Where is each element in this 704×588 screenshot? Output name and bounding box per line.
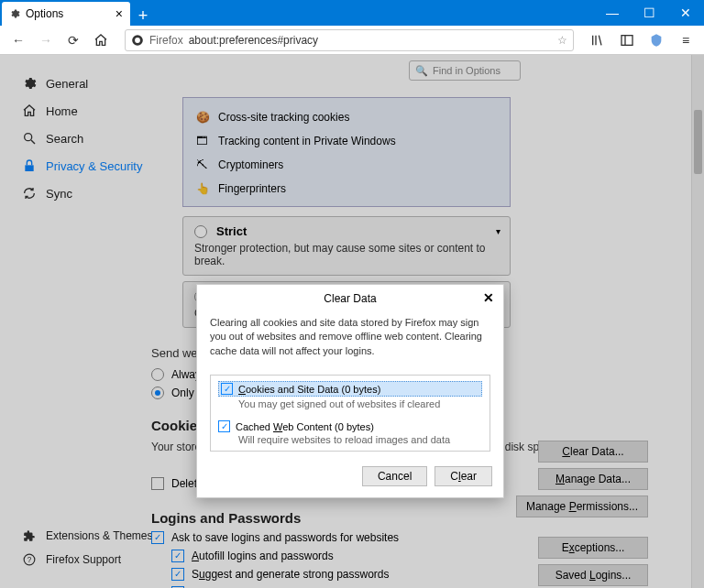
checkbox-icon[interactable]: ✓ [218, 420, 230, 432]
close-icon[interactable]: ✕ [483, 290, 494, 305]
sidebar-item-label: Home [46, 104, 78, 118]
fingerprint-icon: 👆 [196, 182, 209, 195]
address-bar[interactable]: Firefox about:preferences#privacy ☆ [125, 29, 574, 51]
sidebar-item-label: Privacy & Security [46, 159, 142, 173]
checkbox-icon[interactable]: ✓ [171, 568, 184, 581]
preferences-sidebar: General Home Search Privacy & Security S… [0, 55, 151, 588]
window-titlebar: Options × + — ☐ ✕ [0, 0, 704, 26]
clear-data-dialog: Clear Data ✕ Clearing all cookies and si… [196, 284, 504, 498]
url-label: Firefox [149, 34, 183, 47]
checkbox-icon[interactable] [151, 477, 164, 490]
menu-icon[interactable]: ≡ [675, 29, 697, 51]
close-icon[interactable]: × [116, 6, 123, 21]
window-controls: — ☐ ✕ [594, 0, 704, 26]
checkbox-icon[interactable]: ✓ [221, 383, 233, 395]
dialog-option-cache[interactable]: ✓Cached Web Content (0 bytes) Will requi… [211, 415, 490, 451]
gear-icon [22, 76, 37, 91]
sidebar-item-home[interactable]: Home [22, 97, 151, 125]
lock-icon [22, 158, 37, 173]
maximize-button[interactable]: ☐ [631, 0, 667, 26]
pickaxe-icon: ⛏ [196, 158, 209, 171]
sidebar-item-label: Firefox Support [46, 553, 121, 566]
sidebar-item-label: Search [46, 132, 83, 146]
tab-strip: Options × + [0, 0, 156, 26]
search-icon: 🔍 [415, 65, 428, 77]
tracking-standard-panel: 🍪Cross-site tracking cookies 🗔Tracking c… [182, 97, 511, 207]
tab-title: Options [26, 7, 63, 20]
tracking-cookies-row: 🍪Cross-site tracking cookies [183, 105, 510, 129]
dialog-title: Clear Data ✕ [197, 285, 503, 312]
logins-heading: Logins and Passwords [151, 510, 665, 526]
svg-point-1 [135, 38, 140, 43]
clear-button[interactable]: Clear [434, 466, 492, 486]
sidebar-item-label: Sync [46, 187, 72, 201]
radio-icon[interactable] [151, 387, 164, 399]
find-in-options-input[interactable]: 🔍 Find in Options [409, 60, 521, 81]
svg-text:?: ? [28, 556, 32, 564]
sidebar-item-label: Extensions & Themes [46, 529, 153, 542]
sync-icon [22, 186, 37, 201]
svg-line-5 [31, 140, 35, 144]
sidebar-item-sync[interactable]: Sync [22, 180, 151, 207]
new-tab-button[interactable]: + [130, 6, 156, 26]
browser-tab-options[interactable]: Options × [2, 2, 130, 26]
find-placeholder: Find in Options [433, 65, 500, 76]
cancel-button[interactable]: Cancel [362, 466, 427, 486]
sidebar-icon[interactable] [616, 29, 638, 51]
svg-point-4 [25, 134, 32, 141]
back-button[interactable]: ← [7, 29, 29, 51]
gear-icon [9, 8, 20, 19]
checkbox-icon[interactable]: ✓ [151, 531, 164, 544]
bookmark-star-icon[interactable]: ☆ [557, 34, 567, 47]
cookie-icon: 🍪 [196, 111, 209, 124]
reload-button[interactable]: ⟳ [62, 29, 84, 51]
tracking-cryptominers-row: ⛏Cryptominers [183, 153, 510, 177]
minimize-button[interactable]: — [594, 0, 631, 26]
tracking-fingerprinters-row: 👆Fingerprinters [183, 177, 510, 201]
chevron-down-icon[interactable]: ▾ [496, 226, 500, 236]
radio-icon[interactable] [194, 225, 207, 238]
checkbox-icon[interactable]: ✓ [171, 550, 184, 562]
radio-icon[interactable] [151, 368, 164, 381]
home-icon [22, 103, 37, 118]
svg-rect-6 [25, 165, 33, 171]
sidebar-item-label: General [46, 77, 88, 91]
clear-data-button[interactable]: Clear Data... [538, 441, 648, 463]
close-window-button[interactable]: ✕ [667, 0, 704, 26]
saved-logins-button[interactable]: Saved Logins... [538, 564, 648, 586]
scroll-thumb[interactable] [694, 110, 702, 174]
forward-button[interactable]: → [35, 29, 57, 51]
manage-data-button[interactable]: Manage Data... [538, 468, 648, 490]
home-button[interactable] [90, 29, 112, 51]
browser-toolbar: ← → ⟳ Firefox about:preferences#privacy … [0, 26, 704, 55]
tracking-content-row: 🗔Tracking content in Private Windows [183, 129, 510, 153]
library-icon[interactable] [587, 29, 609, 51]
protection-icon[interactable] [645, 29, 667, 51]
dialog-option-cookies[interactable]: ✓Cookies and Site Data (0 bytes) You may… [211, 376, 490, 415]
window-icon: 🗔 [196, 135, 209, 147]
url-text: about:preferences#privacy [189, 34, 318, 47]
dialog-body: Clearing all cookies and site data store… [197, 312, 503, 367]
sidebar-item-privacy[interactable]: Privacy & Security [22, 152, 151, 180]
sidebar-item-general[interactable]: General [22, 70, 151, 97]
sidebar-item-extensions[interactable]: Extensions & Themes [22, 524, 153, 548]
exceptions-button[interactable]: Exceptions... [538, 537, 648, 559]
sidebar-item-search[interactable]: Search [22, 125, 151, 152]
firefox-icon [131, 34, 144, 47]
scrollbar[interactable] [691, 55, 704, 588]
search-icon [22, 131, 37, 146]
help-icon: ? [22, 553, 37, 566]
sidebar-item-support[interactable]: ? Firefox Support [22, 548, 153, 572]
protection-strict-option[interactable]: ▾ Strict Stronger protection, but may ca… [182, 216, 511, 276]
puzzle-icon [22, 529, 37, 542]
svg-rect-2 [622, 35, 632, 45]
